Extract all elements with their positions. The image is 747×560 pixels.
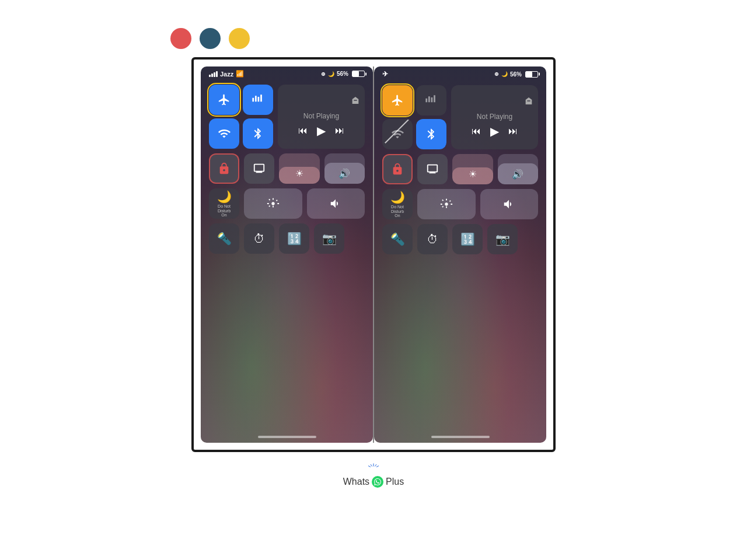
left-bottom-row: 🔦 ⏱ 🔢 📷 — [209, 223, 365, 254]
lock-rotation-status: ⊕ — [321, 71, 326, 77]
right-wifi-button[interactable] — [382, 119, 413, 149]
left-volume-slider[interactable]: 🔊 — [324, 153, 365, 184]
right-volume-slider[interactable]: 🔊 — [498, 154, 539, 184]
right-status-right: ⊕ 🌙 56% — [494, 71, 538, 78]
right-status-left: ✈ — [382, 70, 388, 78]
right-not-playing-text: Not Playing — [477, 113, 512, 121]
whatsapp-icon — [372, 476, 383, 488]
left-connectivity-grid — [209, 85, 273, 149]
right-home-indicator — [431, 436, 490, 438]
svg-line-3 — [368, 466, 371, 467]
right-dnd-row: 🌙 Do NotDisturbOn — [382, 189, 538, 219]
right-second-row: ☀ 🔊 — [382, 154, 538, 184]
left-camera-button[interactable]: 📷 — [314, 223, 344, 254]
svg-line-1 — [371, 464, 372, 467]
left-play-button[interactable]: ▶ — [317, 124, 326, 138]
battery-percent-left: 56% — [337, 71, 348, 77]
left-media-controls: ⏮ ▶ ⏭ — [298, 124, 344, 138]
airplane-mode-status-icon: ✈ — [382, 70, 388, 78]
left-dnd-row: 🌙 Do NotDisturbOn — [209, 188, 365, 219]
right-play-button[interactable]: ▶ — [490, 124, 499, 138]
watermark-text: Whats Plus — [343, 476, 404, 488]
red-dot — [170, 28, 191, 49]
battery-percent-right: 56% — [510, 71, 522, 78]
left-dnd-button[interactable]: 🌙 Do NotDisturbOn — [209, 188, 239, 219]
moon-icon-status: 🌙 — [328, 71, 334, 77]
left-bluetooth-button[interactable] — [243, 118, 273, 149]
right-rotation-lock-button[interactable] — [382, 154, 413, 184]
right-dnd-label: Do NotDisturbOn — [391, 205, 404, 218]
right-top-row: Not Playing ⏮ ▶ ⏭ — [382, 85, 538, 149]
watermark: Whats Plus — [343, 463, 404, 488]
left-dnd-label: Do NotDisturbOn — [218, 204, 231, 218]
svg-line-2 — [375, 464, 377, 467]
battery-icon-left — [352, 71, 365, 77]
right-phone-screen: ✈ ⊕ 🌙 56% — [374, 66, 546, 443]
signal-bars — [209, 71, 218, 77]
left-second-row: ☀ 🔊 — [209, 153, 365, 184]
right-now-playing: Not Playing ⏮ ▶ ⏭ — [451, 85, 538, 149]
carrier-name: Jazz — [220, 71, 233, 78]
right-airplane-button[interactable] — [382, 85, 413, 116]
right-connectivity-grid — [382, 85, 446, 149]
right-brightness-slider[interactable]: ☀ — [452, 154, 493, 184]
right-media-controls: ⏮ ▶ ⏭ — [472, 124, 518, 138]
right-forward-button[interactable]: ⏭ — [508, 126, 518, 136]
color-dots — [170, 28, 250, 49]
right-status-bar: ✈ ⊕ 🌙 56% — [374, 66, 546, 80]
comparison-frame: Jazz 📶 ⊕ 🌙 56% — [191, 57, 556, 452]
svg-line-4 — [376, 466, 379, 467]
right-rewind-button[interactable]: ⏮ — [472, 126, 481, 136]
left-status-bar: Jazz 📶 ⊕ 🌙 56% — [201, 66, 373, 80]
left-top-row: Not Playing ⏮ ▶ ⏭ — [209, 85, 365, 149]
yellow-dot — [229, 28, 250, 49]
left-phone-screen: Jazz 📶 ⊕ 🌙 56% — [201, 66, 373, 443]
left-calculator-button[interactable]: 🔢 — [279, 223, 309, 254]
left-wifi-button[interactable] — [209, 118, 239, 149]
right-brightness-wide[interactable] — [417, 189, 476, 219]
right-screen-mirror-button[interactable] — [417, 154, 448, 184]
right-camera-button[interactable]: 📷 — [487, 224, 518, 254]
left-now-playing: Not Playing ⏮ ▶ ⏭ — [278, 85, 365, 149]
watermark-suffix: Plus — [386, 477, 404, 487]
moon-icon-dnd: 🌙 — [217, 190, 232, 204]
right-volume-wide[interactable] — [480, 189, 539, 219]
left-volume-wide[interactable] — [307, 188, 365, 219]
left-flashlight-button[interactable]: 🔦 — [209, 223, 239, 254]
moon-icon-status-right: 🌙 — [501, 71, 508, 77]
watermark-brand: Whats — [343, 477, 369, 487]
left-cellular-button[interactable] — [243, 85, 273, 115]
blue-dot — [200, 28, 221, 49]
left-timer-button[interactable]: ⏱ — [244, 223, 274, 254]
left-home-indicator — [258, 436, 316, 438]
right-control-center: Not Playing ⏮ ▶ ⏭ — [374, 80, 546, 259]
right-bottom-row: 🔦 ⏱ 🔢 📷 — [382, 224, 538, 254]
right-flashlight-button[interactable]: 🔦 — [382, 224, 413, 254]
left-not-playing-text: Not Playing — [303, 112, 339, 120]
left-forward-button[interactable]: ⏭ — [335, 125, 344, 136]
phones-container: Jazz 📶 ⊕ 🌙 56% — [201, 66, 546, 443]
right-cellular-button[interactable] — [416, 85, 446, 116]
right-calculator-button[interactable]: 🔢 — [452, 224, 483, 254]
right-bluetooth-button[interactable] — [416, 119, 446, 149]
right-dnd-button[interactable]: 🌙 Do NotDisturbOn — [382, 189, 413, 219]
right-timer-button[interactable]: ⏱ — [417, 224, 448, 254]
left-control-center: Not Playing ⏮ ▶ ⏭ — [201, 80, 373, 258]
left-screen-mirror-button[interactable] — [244, 153, 274, 184]
left-status-left: Jazz 📶 — [209, 70, 244, 78]
left-brightness-wide[interactable] — [244, 188, 302, 219]
battery-icon-right — [525, 71, 538, 78]
left-status-right: ⊕ 🌙 56% — [321, 71, 365, 77]
wifi-status-icon: 📶 — [236, 70, 244, 78]
left-rotation-lock-button[interactable] — [209, 153, 239, 184]
left-brightness-slider[interactable]: ☀ — [279, 153, 320, 184]
moon-icon-dnd-right: 🌙 — [390, 190, 405, 204]
left-airplane-button[interactable] — [209, 85, 239, 115]
lock-rotation-status-right: ⊕ — [494, 71, 499, 77]
left-rewind-button[interactable]: ⏮ — [298, 125, 308, 136]
